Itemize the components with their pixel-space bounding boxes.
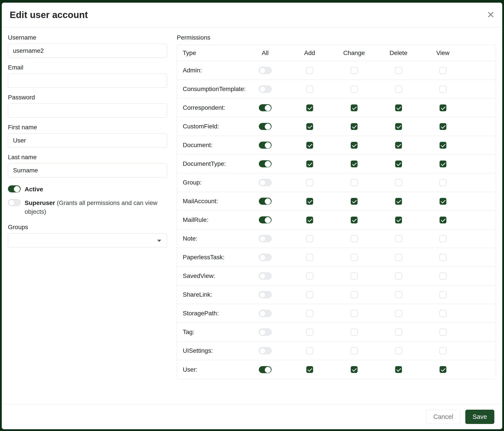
perm-user-change-checkbox[interactable] xyxy=(351,366,358,373)
superuser-label-text: Superuser xyxy=(25,199,55,206)
perm-correspondent-delete-checkbox[interactable] xyxy=(395,104,402,111)
perm-note-delete-checkbox[interactable] xyxy=(395,235,402,242)
perm-tag-view-checkbox[interactable] xyxy=(440,329,446,336)
perm-note-all-toggle[interactable] xyxy=(259,235,271,242)
perm-customfield-change-checkbox[interactable] xyxy=(351,123,358,130)
perm-customfield-add-checkbox[interactable] xyxy=(306,123,313,130)
perm-documenttype-change-checkbox[interactable] xyxy=(351,161,358,167)
perm-documenttype-add-checkbox[interactable] xyxy=(306,161,313,167)
perm-storagepath-all-toggle[interactable] xyxy=(259,310,271,317)
perm-savedview-change-checkbox[interactable] xyxy=(351,273,358,279)
perm-document-add-checkbox[interactable] xyxy=(306,142,313,149)
perm-sharelink-delete-checkbox[interactable] xyxy=(395,291,402,298)
perm-note-add-checkbox[interactable] xyxy=(306,235,313,242)
perm-correspondent-change-checkbox[interactable] xyxy=(351,104,358,111)
perm-user-view-checkbox[interactable] xyxy=(440,366,446,373)
groups-select[interactable] xyxy=(8,233,167,247)
perm-savedview-add-checkbox[interactable] xyxy=(306,273,313,279)
superuser-toggle[interactable] xyxy=(8,199,21,206)
perm-admin-view-checkbox[interactable] xyxy=(440,67,446,74)
perm-mailaccount-change-checkbox[interactable] xyxy=(351,198,358,205)
perm-document-view-checkbox[interactable] xyxy=(440,142,446,149)
perm-uisettings-delete-checkbox[interactable] xyxy=(395,347,402,354)
perm-customfield-all-toggle[interactable] xyxy=(259,123,271,130)
perm-group-all-toggle[interactable] xyxy=(259,179,271,186)
perm-sharelink-all-toggle[interactable] xyxy=(259,291,271,298)
perm-paperlesstask-add-checkbox[interactable] xyxy=(306,254,313,261)
perm-correspondent-view-checkbox[interactable] xyxy=(440,104,446,111)
perm-storagepath-change-checkbox[interactable] xyxy=(351,310,358,317)
last-name-group: Last name xyxy=(8,154,167,178)
perm-note-change-checkbox[interactable] xyxy=(351,235,358,242)
active-toggle[interactable] xyxy=(8,185,21,192)
perm-savedview-view-checkbox[interactable] xyxy=(440,273,446,279)
perm-consumptiontemplate-all-toggle[interactable] xyxy=(259,86,271,93)
perm-documenttype-delete-checkbox[interactable] xyxy=(395,161,402,167)
perm-mailaccount-add-checkbox[interactable] xyxy=(306,198,313,205)
perm-user-add-checkbox[interactable] xyxy=(306,366,313,373)
perm-tag-change-checkbox[interactable] xyxy=(351,329,358,336)
cancel-button[interactable]: Cancel xyxy=(426,410,460,424)
perm-savedview-all-toggle[interactable] xyxy=(259,272,271,279)
perm-storagepath-add-checkbox[interactable] xyxy=(306,310,313,317)
perm-correspondent-add-checkbox[interactable] xyxy=(306,104,313,111)
perm-mailrule-view-checkbox[interactable] xyxy=(440,217,446,224)
perm-uisettings-all-toggle[interactable] xyxy=(259,347,271,354)
perm-consumptiontemplate-add-checkbox[interactable] xyxy=(306,86,313,93)
perm-paperlesstask-delete-checkbox[interactable] xyxy=(395,254,402,261)
perm-row-correspondent: Correspondent: xyxy=(177,99,496,117)
perm-consumptiontemplate-change-checkbox[interactable] xyxy=(351,86,358,93)
active-label: Active xyxy=(25,185,43,194)
perm-uisettings-add-checkbox[interactable] xyxy=(306,347,313,354)
perm-mailrule-delete-checkbox[interactable] xyxy=(395,217,402,224)
perm-consumptiontemplate-delete-checkbox[interactable] xyxy=(395,86,402,93)
first-name-field[interactable] xyxy=(8,134,167,148)
perm-sharelink-change-checkbox[interactable] xyxy=(351,291,358,298)
perm-mailrule-change-checkbox[interactable] xyxy=(351,217,358,224)
perm-mailrule-all-toggle[interactable] xyxy=(259,216,271,224)
perm-paperlesstask-all-toggle[interactable] xyxy=(259,254,271,261)
perm-customfield-delete-checkbox[interactable] xyxy=(395,123,402,130)
perm-tag-all-toggle[interactable] xyxy=(259,329,271,336)
perm-user-all-toggle[interactable] xyxy=(259,366,271,373)
last-name-field[interactable] xyxy=(8,163,167,178)
perm-group-add-checkbox[interactable] xyxy=(306,179,313,186)
save-button[interactable]: Save xyxy=(465,410,494,424)
perm-uisettings-view-checkbox[interactable] xyxy=(440,347,446,354)
perm-document-change-checkbox[interactable] xyxy=(351,142,358,149)
perm-tag-add-checkbox[interactable] xyxy=(306,329,313,336)
perm-document-all-toggle[interactable] xyxy=(259,142,271,149)
perm-savedview-delete-checkbox[interactable] xyxy=(395,273,402,279)
perm-mailrule-add-checkbox[interactable] xyxy=(306,217,313,224)
perm-group-view-checkbox[interactable] xyxy=(440,179,446,186)
perm-group-delete-checkbox[interactable] xyxy=(395,179,402,186)
perm-correspondent-all-toggle[interactable] xyxy=(259,104,271,111)
perm-mailaccount-delete-checkbox[interactable] xyxy=(395,198,402,205)
email-field[interactable] xyxy=(8,74,167,88)
perm-document-delete-checkbox[interactable] xyxy=(395,142,402,149)
perm-uisettings-change-checkbox[interactable] xyxy=(351,347,358,354)
perm-user-delete-checkbox[interactable] xyxy=(395,366,402,373)
password-field[interactable] xyxy=(8,104,167,118)
perm-documenttype-all-toggle[interactable] xyxy=(259,160,271,167)
perm-admin-all-toggle[interactable] xyxy=(259,67,271,74)
perm-admin-add-checkbox[interactable] xyxy=(306,67,313,74)
perm-note-view-checkbox[interactable] xyxy=(440,235,446,242)
close-icon[interactable]: × xyxy=(487,8,494,21)
perm-tag-delete-checkbox[interactable] xyxy=(395,329,402,336)
perm-mailaccount-all-toggle[interactable] xyxy=(259,198,271,205)
perm-paperlesstask-view-checkbox[interactable] xyxy=(440,254,446,261)
perm-group-change-checkbox[interactable] xyxy=(351,179,358,186)
perm-admin-delete-checkbox[interactable] xyxy=(395,67,402,74)
perm-mailaccount-view-checkbox[interactable] xyxy=(440,198,446,205)
perm-customfield-view-checkbox[interactable] xyxy=(440,123,446,130)
perm-storagepath-delete-checkbox[interactable] xyxy=(395,310,402,317)
perm-documenttype-view-checkbox[interactable] xyxy=(440,161,446,167)
perm-admin-change-checkbox[interactable] xyxy=(351,67,358,74)
perm-sharelink-view-checkbox[interactable] xyxy=(440,291,446,298)
username-input[interactable] xyxy=(8,44,167,58)
perm-sharelink-add-checkbox[interactable] xyxy=(306,291,313,298)
perm-storagepath-view-checkbox[interactable] xyxy=(440,310,446,317)
perm-consumptiontemplate-view-checkbox[interactable] xyxy=(440,86,446,93)
perm-paperlesstask-change-checkbox[interactable] xyxy=(351,254,358,261)
